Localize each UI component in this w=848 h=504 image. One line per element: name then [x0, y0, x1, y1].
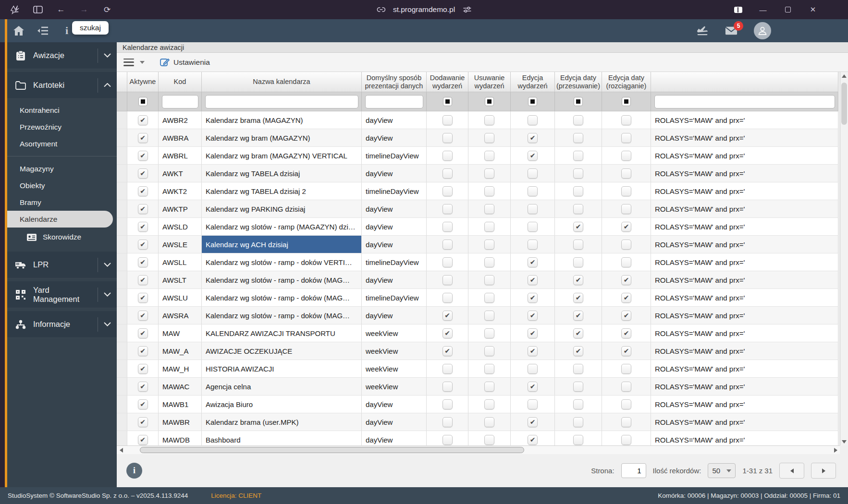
cell-kod[interactable]: AWBR2 — [159, 111, 202, 129]
row-checkbox-rozciaganie[interactable] — [621, 168, 631, 179]
row-checkbox-przesuwanie[interactable] — [573, 204, 583, 214]
row-checkbox-dodawanie[interactable] — [442, 151, 453, 161]
scroll-right-icon[interactable] — [831, 446, 840, 455]
cell-prezentacja[interactable]: weekView — [362, 360, 427, 377]
row-checkbox-rozciaganie[interactable] — [621, 115, 631, 125]
row-checkbox-edycja[interactable]: ✔ — [528, 151, 538, 161]
row-checkbox-usuwanie[interactable] — [484, 399, 494, 409]
cell-nazwa[interactable]: Kalendarz wg slotów - ramp - doków (MAG… — [202, 271, 362, 288]
cell-filtr[interactable]: ROLASYS='MAW' and prx=' — [651, 307, 838, 324]
row-checkbox-aktywne[interactable]: ✔ — [138, 399, 148, 409]
row-checkbox-edycja[interactable] — [528, 115, 538, 125]
cell-prezentacja[interactable]: dayView — [362, 236, 427, 253]
row-checkbox-dodawanie[interactable] — [442, 115, 453, 125]
row-checkbox-usuwanie[interactable] — [484, 240, 494, 250]
filter-input-prezentacja[interactable] — [365, 95, 423, 108]
table-row[interactable]: ✔AWKTKalendarz wg TABELA dzisiajdayViewR… — [117, 165, 838, 182]
row-checkbox-rozciaganie[interactable] — [621, 204, 631, 214]
row-checkbox-edycja[interactable]: ✔ — [528, 275, 538, 285]
sidebar-section-awizacje[interactable]: Awizacje — [7, 42, 117, 69]
row-checkbox-usuwanie[interactable] — [484, 275, 494, 285]
row-checkbox-usuwanie[interactable] — [484, 133, 494, 143]
vertical-scrollbar[interactable] — [840, 72, 848, 445]
table-row[interactable]: ✔MAWACAgencja celnaweekView✔ROLASYS='MAW… — [117, 378, 838, 396]
row-checkbox-przesuwanie[interactable] — [573, 364, 583, 374]
filter-input-nazwa[interactable] — [205, 95, 358, 108]
column-header-filtr[interactable] — [651, 72, 838, 92]
split-view-icon[interactable] — [731, 2, 745, 17]
row-checkbox-usuwanie[interactable] — [484, 115, 494, 125]
row-checkbox-usuwanie[interactable] — [484, 364, 494, 374]
row-checkbox-usuwanie[interactable] — [484, 346, 494, 356]
cell-kod[interactable]: AWKTP — [159, 200, 202, 217]
next-page-button[interactable] — [811, 463, 836, 479]
url-text[interactable]: st.programdemo.pl — [393, 5, 455, 14]
row-checkbox-edycja[interactable]: ✔ — [528, 311, 538, 321]
row-checkbox-dodawanie[interactable] — [442, 186, 453, 196]
row-checkbox-dodawanie[interactable] — [442, 417, 453, 427]
row-checkbox-rozciaganie[interactable] — [621, 186, 631, 196]
row-checkbox-przesuwanie[interactable]: ✔ — [573, 293, 583, 303]
sidebar-section-informacje[interactable]: Informacje — [7, 311, 117, 338]
cell-nazwa[interactable]: Kalendarz brama (user.MPK) — [202, 413, 362, 431]
cell-kod[interactable]: AWBRA — [159, 129, 202, 146]
row-checkbox-usuwanie[interactable] — [484, 186, 494, 196]
row-checkbox-dodawanie[interactable]: ✔ — [442, 346, 453, 356]
cell-nazwa[interactable]: Kalendarz wg slotów - ramp - doków VERTI… — [202, 253, 362, 271]
column-header-przesuwanie[interactable]: Edycja daty (przesuwanie) — [555, 72, 602, 92]
home-icon[interactable] — [12, 24, 25, 37]
row-checkbox-aktywne[interactable]: ✔ — [138, 364, 148, 374]
row-checkbox-dodawanie[interactable]: ✔ — [442, 328, 453, 338]
cell-prezentacja[interactable]: weekView — [362, 342, 427, 360]
row-checkbox-przesuwanie[interactable] — [573, 399, 583, 409]
row-checkbox-dodawanie[interactable] — [442, 168, 453, 179]
row-checkbox-edycja[interactable]: ✔ — [528, 417, 538, 427]
cell-filtr[interactable]: ROLASYS='MAW' and prx=' — [651, 200, 838, 217]
row-checkbox-przesuwanie[interactable]: ✔ — [573, 328, 583, 338]
row-checkbox-aktywne[interactable]: ✔ — [138, 133, 148, 143]
row-checkbox-usuwanie[interactable] — [484, 293, 494, 303]
cell-nazwa[interactable]: Bashboard — [202, 431, 362, 445]
cell-prezentacja[interactable]: timelineDayView — [362, 289, 427, 306]
row-checkbox-przesuwanie[interactable] — [573, 382, 583, 392]
filter-input-kod[interactable] — [162, 95, 198, 108]
cell-kod[interactable]: AWKT — [159, 165, 202, 182]
cell-filtr[interactable]: ROLASYS='MAW' and prx=' — [651, 253, 838, 271]
table-row[interactable]: ✔AWKTPKalendarz wg PARKING dzisiajdayVie… — [117, 200, 838, 218]
row-checkbox-aktywne[interactable]: ✔ — [138, 240, 148, 250]
column-header-usuwanie[interactable]: Usuwanie wydarzeń — [468, 72, 511, 92]
cell-prezentacja[interactable]: dayView — [362, 218, 427, 235]
info-icon[interactable]: i — [61, 24, 73, 37]
sidebar-item-przewoznicy[interactable]: Przewoźnicy — [7, 119, 117, 135]
cell-prezentacja[interactable]: dayView — [362, 165, 427, 182]
row-checkbox-rozciaganie[interactable]: ✔ — [621, 275, 631, 285]
cell-kod[interactable]: AWSLE — [159, 236, 202, 253]
filter-checkbox-aktywne[interactable] — [138, 97, 147, 106]
row-checkbox-usuwanie[interactable] — [484, 435, 494, 445]
row-checkbox-przesuwanie[interactable] — [573, 151, 583, 161]
back-icon[interactable]: ← — [56, 4, 66, 15]
filter-checkbox-edycja[interactable] — [528, 97, 537, 106]
row-checkbox-przesuwanie[interactable]: ✔ — [573, 311, 583, 321]
row-checkbox-dodawanie[interactable] — [442, 275, 453, 285]
row-checkbox-dodawanie[interactable] — [442, 222, 453, 232]
cell-prezentacja[interactable]: timelineDayView — [362, 253, 427, 271]
row-checkbox-rozciaganie[interactable]: ✔ — [621, 346, 631, 356]
row-checkbox-rozciaganie[interactable] — [621, 382, 631, 392]
table-row[interactable]: ✔MAWBRKalendarz brama (user.MPK)dayView✔… — [117, 413, 838, 431]
sidebar-toggle-icon[interactable] — [33, 4, 43, 15]
horizontal-scroll-thumb[interactable] — [140, 447, 524, 453]
row-checkbox-usuwanie[interactable] — [484, 382, 494, 392]
row-checkbox-aktywne[interactable]: ✔ — [138, 151, 148, 161]
cell-filtr[interactable]: ROLASYS='MAW' and prx=' — [651, 342, 838, 360]
row-checkbox-aktywne[interactable]: ✔ — [138, 222, 148, 232]
cell-nazwa[interactable]: Kalendarz wg slotów - ramp (MAGAZYN) dzi… — [202, 218, 362, 235]
row-checkbox-rozciaganie[interactable] — [621, 364, 631, 374]
cell-kod[interactable]: MAW_A — [159, 342, 202, 360]
row-checkbox-edycja[interactable]: ✔ — [528, 382, 538, 392]
cell-prezentacja[interactable]: timelineDayView — [362, 182, 427, 200]
cell-nazwa[interactable]: Kalendarz wg TABELA dzisiaj 2 — [202, 182, 362, 200]
cell-filtr[interactable]: ROLASYS='MAW' and prx=' — [651, 271, 838, 288]
cell-filtr[interactable]: ROLASYS='MAW' and prx=' — [651, 236, 838, 253]
cell-kod[interactable]: AWBRL — [159, 147, 202, 164]
